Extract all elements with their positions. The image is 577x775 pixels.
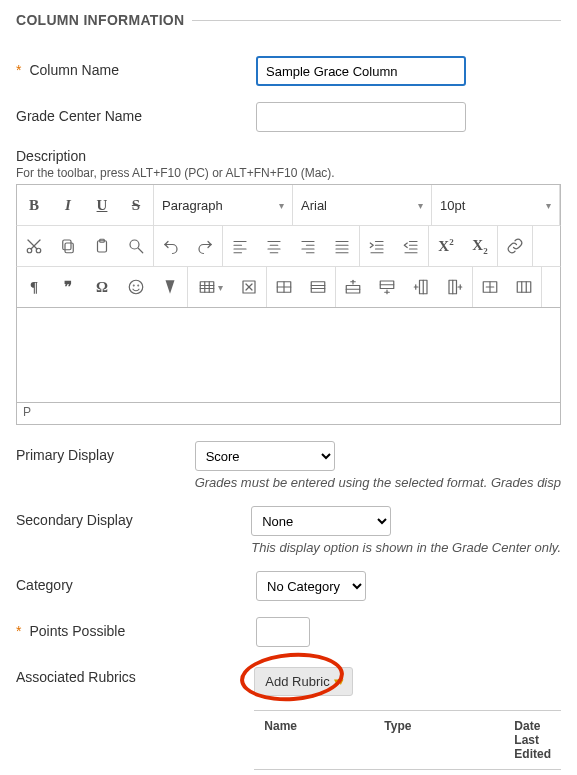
- rubric-table-header: Name Type Date Last Edited: [254, 710, 561, 770]
- svg-rect-4: [98, 241, 107, 252]
- insert-col-before-button[interactable]: [404, 267, 438, 307]
- svg-rect-18: [483, 282, 497, 293]
- font-size-dropdown[interactable]: 10pt ▾: [432, 185, 559, 225]
- primary-display-select[interactable]: Score: [195, 441, 335, 471]
- insert-col-after-button[interactable]: [438, 267, 472, 307]
- chevron-down-icon: ▾: [418, 200, 423, 211]
- category-select[interactable]: No Category: [256, 571, 366, 601]
- svg-rect-2: [65, 243, 73, 253]
- copy-button[interactable]: [51, 226, 85, 266]
- svg-point-7: [129, 280, 143, 294]
- chevron-down-icon: ▾: [218, 282, 223, 293]
- primary-display-help: Grades must be entered using the selecte…: [195, 475, 561, 490]
- svg-rect-14: [346, 286, 360, 294]
- description-editor[interactable]: [16, 307, 561, 403]
- svg-rect-16: [420, 280, 428, 294]
- grade-center-name-input[interactable]: [256, 102, 466, 132]
- associated-rubrics-label: Associated Rubrics: [16, 669, 136, 685]
- svg-rect-12: [277, 282, 291, 293]
- undo-button[interactable]: [154, 226, 188, 266]
- bold-button[interactable]: B: [17, 185, 51, 225]
- svg-rect-15: [380, 281, 394, 289]
- primary-display-label: Primary Display: [16, 447, 114, 463]
- font-family-dropdown[interactable]: Arial ▾: [293, 185, 431, 225]
- column-name-label: Column Name: [29, 62, 118, 78]
- add-rubric-button[interactable]: Add Rubric ▾▾: [254, 667, 352, 696]
- svg-point-6: [130, 240, 139, 249]
- superscript-button[interactable]: X2: [429, 226, 463, 266]
- align-right-button[interactable]: [291, 226, 325, 266]
- underline-button[interactable]: U: [85, 185, 119, 225]
- delete-table-button[interactable]: [232, 267, 266, 307]
- required-marker: *: [16, 624, 21, 638]
- redo-button[interactable]: [188, 226, 222, 266]
- special-char-button[interactable]: Ω: [85, 267, 119, 307]
- svg-rect-11: [243, 281, 255, 293]
- secondary-display-help: This display option is shown in the Grad…: [251, 540, 561, 555]
- chevron-down-icon: ▾▾: [334, 676, 342, 687]
- svg-rect-5: [100, 239, 105, 242]
- secondary-display-label: Secondary Display: [16, 512, 133, 528]
- link-button[interactable]: [498, 226, 532, 266]
- chevron-down-icon: ▾: [546, 200, 551, 211]
- svg-point-9: [138, 285, 139, 286]
- svg-point-1: [36, 248, 41, 253]
- table-row-props-button[interactable]: [301, 267, 335, 307]
- italic-button[interactable]: I: [51, 185, 85, 225]
- find-button[interactable]: [119, 226, 153, 266]
- align-center-button[interactable]: [257, 226, 291, 266]
- description-hint: For the toolbar, press ALT+F10 (PC) or A…: [16, 166, 561, 180]
- cut-button[interactable]: [17, 226, 51, 266]
- chevron-down-icon: ▾: [279, 200, 284, 211]
- description-label: Description: [16, 148, 561, 164]
- required-marker: *: [16, 63, 21, 77]
- subscript-button[interactable]: X2: [463, 226, 497, 266]
- merge-cells-button[interactable]: [473, 267, 507, 307]
- ltr-button[interactable]: ¶: [17, 267, 51, 307]
- insert-table-button[interactable]: ▾: [188, 267, 232, 307]
- secondary-display-select[interactable]: None: [251, 506, 391, 536]
- section-header: COLUMN INFORMATION: [16, 12, 561, 28]
- section-rule: [192, 20, 561, 21]
- section-title: COLUMN INFORMATION: [16, 12, 184, 28]
- points-possible-label: Points Possible: [29, 623, 125, 639]
- rubric-col-type: Type: [374, 711, 504, 769]
- grade-center-name-label: Grade Center Name: [16, 108, 142, 124]
- emoji-button[interactable]: [119, 267, 153, 307]
- paste-button[interactable]: [85, 226, 119, 266]
- svg-rect-17: [449, 280, 457, 294]
- split-cells-button[interactable]: [507, 267, 541, 307]
- category-label: Category: [16, 577, 73, 593]
- anchor-button[interactable]: [153, 267, 187, 307]
- insert-row-before-button[interactable]: [336, 267, 370, 307]
- rubric-col-date: Date Last Edited: [504, 711, 561, 769]
- svg-point-8: [133, 285, 134, 286]
- column-name-input[interactable]: [256, 56, 466, 86]
- svg-rect-3: [63, 240, 71, 250]
- block-format-dropdown[interactable]: Paragraph ▾: [154, 185, 292, 225]
- align-justify-button[interactable]: [325, 226, 359, 266]
- editor-path: P: [16, 403, 561, 425]
- rubric-col-name: Name: [254, 711, 374, 769]
- blockquote-button[interactable]: ❞: [51, 267, 85, 307]
- svg-rect-10: [200, 282, 214, 293]
- outdent-button[interactable]: [394, 226, 428, 266]
- points-possible-input[interactable]: [256, 617, 310, 647]
- table-cell-props-button[interactable]: [267, 267, 301, 307]
- insert-row-after-button[interactable]: [370, 267, 404, 307]
- strike-button[interactable]: S: [119, 185, 153, 225]
- svg-rect-19: [517, 282, 531, 293]
- indent-button[interactable]: [360, 226, 394, 266]
- svg-rect-13: [311, 282, 325, 293]
- svg-point-0: [27, 248, 32, 253]
- align-left-button[interactable]: [223, 226, 257, 266]
